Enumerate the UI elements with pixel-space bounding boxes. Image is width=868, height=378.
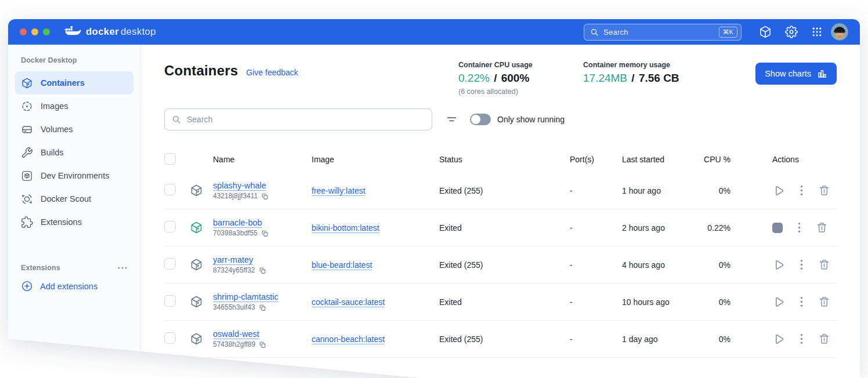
column-header-image[interactable]: Image — [312, 155, 439, 164]
row-menu-button[interactable] — [800, 185, 803, 196]
table-header: Name Image Status Port(s) Last started C… — [164, 147, 837, 172]
delete-button[interactable] — [816, 221, 828, 234]
main-content: Containers Give feedback Container CPU u… — [141, 45, 860, 378]
image-link[interactable]: cocktail-sauce:latest — [312, 297, 385, 307]
volumes-icon — [21, 123, 33, 136]
copy-icon[interactable] — [261, 192, 269, 200]
zoom-window-button[interactable] — [43, 28, 50, 35]
apps-grid-icon[interactable] — [811, 26, 823, 38]
delete-button[interactable] — [818, 184, 830, 197]
docker-scout-icon — [21, 193, 33, 205]
image-link[interactable]: cannon-beach:latest — [312, 335, 385, 344]
row-menu-button[interactable] — [798, 222, 801, 233]
start-button[interactable] — [772, 296, 785, 308]
extensions-menu-button[interactable] — [117, 266, 128, 270]
stop-button[interactable] — [772, 223, 783, 233]
container-status: Exited (255) — [439, 186, 570, 195]
bar-chart-icon — [817, 68, 827, 79]
trash-icon — [816, 221, 828, 234]
container-name-link[interactable]: shrimp-clamtastic — [213, 292, 279, 301]
container-search-input[interactable] — [187, 115, 425, 124]
container-name-link[interactable]: oswald-west — [213, 329, 259, 339]
learning-center-icon[interactable] — [759, 26, 772, 38]
kebab-menu-icon — [800, 185, 803, 196]
start-button[interactable] — [772, 184, 785, 197]
delete-button[interactable] — [818, 259, 830, 271]
sidebar-item-extensions[interactable]: Extensions — [15, 210, 133, 234]
delete-button[interactable] — [818, 333, 830, 345]
kebab-menu-icon — [800, 296, 803, 307]
container-cube-icon — [190, 332, 213, 346]
global-search[interactable]: ⌘K — [584, 24, 742, 41]
add-extensions-button[interactable]: Add extensions — [15, 278, 133, 295]
column-header-ports[interactable]: Port(s) — [570, 155, 622, 164]
image-link[interactable]: blue-beard:latest — [312, 260, 372, 270]
cpu-percent: 0% — [719, 297, 730, 307]
give-feedback-link[interactable]: Give feedback — [246, 68, 298, 77]
cpu-percent: 0% — [719, 335, 730, 344]
start-button[interactable] — [772, 259, 785, 271]
kebab-menu-icon — [800, 259, 803, 270]
column-header-actions: Actions — [730, 155, 837, 164]
container-cube-icon — [190, 184, 213, 197]
sidebar-item-builds[interactable]: Builds — [15, 141, 133, 164]
row-checkbox[interactable] — [164, 221, 176, 232]
row-checkbox[interactable] — [164, 332, 176, 344]
extensions-section-label: Extensions — [21, 264, 60, 272]
sidebar-item-docker-scout[interactable]: Docker Scout — [15, 187, 133, 210]
only-show-running-toggle[interactable] — [470, 114, 491, 125]
copy-icon[interactable] — [259, 267, 266, 274]
minimize-window-button[interactable] — [31, 28, 38, 35]
filter-icon[interactable] — [446, 114, 457, 125]
row-menu-button[interactable] — [800, 259, 803, 270]
column-header-status[interactable]: Status — [439, 155, 570, 164]
copy-icon[interactable] — [259, 304, 266, 311]
cores-allocated-note: (6 cores allocated) — [458, 88, 533, 96]
container-cube-icon — [190, 258, 213, 271]
sidebar-item-containers[interactable]: Containers — [15, 71, 133, 94]
container-name-link[interactable]: yarr-matey — [213, 255, 253, 264]
docker-whale-icon — [64, 26, 81, 38]
container-name-link[interactable]: barnacle-bob — [213, 218, 262, 227]
copy-icon[interactable] — [261, 230, 269, 237]
sidebar-item-images[interactable]: Images — [15, 94, 133, 118]
container-id: 43218j8jjf3411 — [213, 192, 258, 200]
plus-circle-icon — [21, 280, 33, 292]
sidebar-item-volumes[interactable]: Volumes — [15, 118, 133, 141]
play-icon — [772, 296, 785, 308]
column-header-name[interactable]: Name — [213, 155, 312, 164]
cpu-used-value: 0.22% — [458, 72, 490, 84]
row-checkbox[interactable] — [164, 258, 176, 270]
column-header-last-started[interactable]: Last started — [622, 155, 695, 164]
image-link[interactable]: bikini-bottom:latest — [312, 223, 379, 232]
container-cube-icon — [190, 295, 213, 308]
column-header-cpu[interactable]: CPU % — [704, 155, 730, 164]
show-charts-button[interactable]: Show charts — [755, 63, 837, 85]
images-icon — [21, 100, 33, 112]
table-row: barnacle-bob 70398a3bdf55 bikini-bottom:… — [164, 209, 837, 246]
container-id: 34655h3uif43 — [213, 303, 255, 311]
sidebar-item-dev-environments[interactable]: Dev Environments — [15, 164, 133, 187]
row-checkbox[interactable] — [164, 295, 176, 307]
start-button[interactable] — [772, 333, 785, 346]
row-menu-button[interactable] — [800, 296, 803, 307]
image-link[interactable]: free-willy:latest — [312, 186, 366, 195]
row-checkbox[interactable] — [164, 184, 176, 195]
row-menu-button[interactable] — [800, 333, 803, 344]
close-window-button[interactable] — [20, 28, 27, 35]
trash-icon — [818, 184, 830, 197]
table-row: splashy-whale 43218j8jjf3411 free-willy:… — [164, 172, 837, 209]
delete-button[interactable] — [818, 296, 830, 308]
dev-environments-icon — [21, 170, 33, 182]
global-search-input[interactable] — [603, 28, 714, 37]
user-avatar[interactable] — [831, 23, 848, 41]
copy-icon[interactable] — [259, 341, 266, 348]
container-name-link[interactable]: splashy-whale — [213, 181, 266, 190]
last-started: 1 day ago — [622, 335, 695, 344]
trash-icon — [818, 333, 830, 345]
container-search[interactable] — [164, 108, 432, 130]
traffic-lights — [20, 28, 50, 35]
select-all-checkbox[interactable] — [164, 153, 176, 165]
sidebar-section-label: Docker Desktop — [15, 52, 133, 71]
settings-gear-icon[interactable] — [785, 26, 798, 38]
